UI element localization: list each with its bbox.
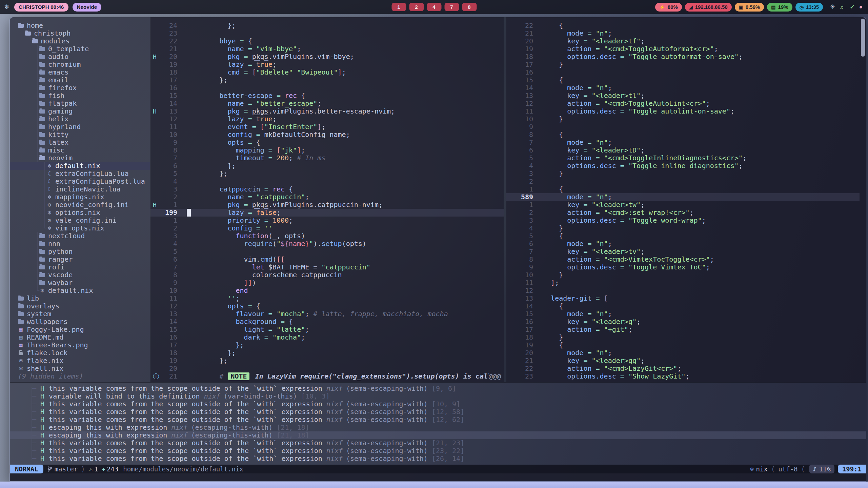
tree-item-nextcloud[interactable]: │nextcloud	[10, 232, 150, 240]
code-line[interactable]: 12 opts = {	[150, 302, 504, 310]
code-line[interactable]: 5 action = "<cmd>ToggleInlineDiagnostics…	[506, 154, 860, 162]
code-line[interactable]: 21 key = "<leader>gg";	[506, 357, 860, 365]
code-line[interactable]: 589 mode = "n";	[506, 193, 860, 201]
code-line[interactable]: 11 options.desc = "Toggle autolint-on-sa…	[506, 107, 860, 115]
code-line[interactable]: 13 key = "<leader>tl";	[506, 92, 860, 100]
check-icon[interactable]: ✔	[850, 3, 854, 11]
code-line[interactable]: 8 mapping = ["jk"];	[150, 146, 504, 154]
code-line[interactable]: 14 mode = "n";	[506, 84, 860, 92]
window-title-badge[interactable]: Neovide	[73, 3, 102, 12]
diagnostic-row[interactable]: ─Hthis variable comes from the scope out…	[10, 447, 866, 455]
tree-item-inclinenavic-lua[interactable]: │☾inclineNavic.lua	[10, 185, 150, 193]
code-line[interactable]: 2 config = ''	[150, 224, 504, 232]
tree-item-overlays[interactable]: overlays	[10, 302, 150, 310]
code-line[interactable]: 16 key = "<leader>g";	[506, 318, 860, 326]
tree-item-foggy-lake-png[interactable]: ▦Foggy-Lake.png	[10, 326, 150, 333]
code-line[interactable]: 7 mode = "n";	[506, 139, 860, 146]
code-line[interactable]: 16	[506, 68, 860, 76]
code-line[interactable]: 1 key = "<leader>tw";	[506, 201, 860, 209]
code-line[interactable]: 22 action = "<cmd>LazyGit<cr>";	[506, 365, 860, 372]
tree-item-three-bears-png[interactable]: ▦Three-Bears.png	[10, 341, 150, 349]
code-line[interactable]: 1 {	[506, 185, 860, 193]
git-branch[interactable]: master	[47, 465, 78, 473]
workspace-button-2[interactable]: 2	[409, 3, 424, 11]
clock-widget[interactable]: ◷13:35	[795, 3, 823, 12]
code-line[interactable]: 15 light = "latte";	[150, 326, 504, 333]
code-line[interactable]: 9 ]])	[150, 279, 504, 287]
tree-item-home[interactable]: home	[10, 22, 150, 29]
code-line[interactable]: 19 {	[506, 341, 860, 349]
code-line[interactable]: 14 {	[506, 302, 860, 310]
warning-count[interactable]: ⚠ 1	[89, 465, 98, 473]
tree-item-waybar[interactable]: │waybar	[10, 279, 150, 287]
tree-item-flake-lock[interactable]: flake.lock	[10, 349, 150, 357]
tree-item-neovim[interactable]: │neovim	[10, 154, 150, 162]
code-line[interactable]: 10 config = mkDefaultConfig name;	[150, 131, 504, 139]
code-line[interactable]: 5 {	[506, 232, 860, 240]
code-line[interactable]: 18 options.desc = "Toggle autoformat-on-…	[506, 53, 860, 61]
code-line[interactable]: 2	[506, 178, 860, 185]
code-line[interactable]: 6 };	[150, 162, 504, 170]
workspace-button-8[interactable]: 8	[462, 3, 477, 11]
code-line[interactable]: 23	[150, 29, 504, 37]
tree-item-gaming[interactable]: │gaming	[10, 107, 150, 115]
memory-widget[interactable]: ▤19%	[767, 3, 792, 12]
code-line[interactable]: 3 }	[506, 170, 860, 178]
code-line[interactable]: 4 }	[506, 224, 860, 232]
code-line[interactable]: 12 lazy = true;	[150, 115, 504, 123]
tree-item-fish[interactable]: │fish	[10, 92, 150, 100]
network-widget[interactable]: ◢192.168.86.50	[685, 3, 732, 12]
tree-item-default-nix[interactable]: └❄default.nix	[10, 287, 150, 294]
tree-item-extraconfiglua-lua[interactable]: │☾extraConfigLua.lua	[10, 170, 150, 178]
code-line[interactable]: 21 mode = "n";	[506, 29, 860, 37]
brightness-icon[interactable]: ☀	[830, 3, 835, 11]
code-line[interactable]: 9 options.desc = "Toggle Vimtex ToC";	[506, 263, 860, 271]
diagnostic-row[interactable]: ─Hthis variable comes from the scope out…	[10, 439, 866, 447]
code-line[interactable]: ⓘ21 # NOTE In LazyVim require("clang_ext…	[150, 372, 504, 380]
code-line[interactable]: 6 vim.cmd([[	[150, 256, 504, 263]
cpu-widget[interactable]: ▣0.59%	[735, 3, 764, 12]
tree-item-nnn[interactable]: │nnn	[10, 240, 150, 248]
workspace-button-7[interactable]: 7	[444, 3, 459, 11]
code-line[interactable]: 16	[150, 84, 504, 92]
code-line[interactable]: 14 background = {	[150, 318, 504, 326]
code-line[interactable]: 7 let $BAT_THEME = "catppuccin"	[150, 263, 504, 271]
code-line[interactable]: 19 action = "<cmd>ToggleAutoformat<cr>";	[506, 45, 860, 53]
code-line[interactable]: 24 };	[150, 22, 504, 29]
code-line[interactable]: 23 options.desc = "Show LazyGit";	[506, 372, 860, 380]
diagnostic-row[interactable]: ─Hescaping this with expressionnixf(esca…	[10, 424, 866, 431]
workspace-button-4[interactable]: 4	[427, 3, 441, 11]
power-icon[interactable]: ●	[859, 4, 863, 11]
code-line[interactable]: 15 mode = "n";	[506, 310, 860, 318]
code-line[interactable]: 5	[150, 248, 504, 256]
code-line[interactable]: 3 catppuccin = rec {	[150, 185, 504, 193]
code-line[interactable]: H20 pkg = pkgs.vimPlugins.vim-bbye;	[150, 53, 504, 61]
tree-item-lib[interactable]: lib	[10, 294, 150, 302]
user-badge[interactable]: CHRISTOPH 00:46	[14, 3, 68, 12]
code-line[interactable]: H1 pkg = pkgs.vimPlugins.catppuccin-nvim…	[150, 201, 504, 209]
code-line[interactable]: 10 end	[150, 287, 504, 294]
code-line[interactable]: 11 ];	[506, 279, 860, 287]
tree-item-mappings-nix[interactable]: │❄mappings.nix	[10, 193, 150, 201]
code-line[interactable]: 12 action = "<cmd>ToggleAutoLint<cr>";	[506, 100, 860, 107]
code-line[interactable]: 16 dark = "mocha";	[150, 333, 504, 341]
tree-item-flake-nix[interactable]: ❄flake.nix	[10, 357, 150, 365]
code-line[interactable]: 199 lazy = false;	[150, 209, 504, 217]
tree-item-vim-opts-nix[interactable]: └❄vim_opts.nix	[10, 224, 150, 232]
diagnostic-row[interactable]: ─Hthis variable comes from the scope out…	[10, 385, 866, 392]
tree-item-default-nix[interactable]: │❄default.nix	[10, 162, 150, 170]
split-separator-2[interactable]	[504, 17, 506, 382]
code-line[interactable]: 4 options.desc = "Toggle inline diagnost…	[506, 162, 860, 170]
code-line[interactable]: 5 };	[150, 170, 504, 178]
code-line[interactable]: 19 };	[150, 357, 504, 365]
code-line[interactable]: 18 cmd = ["Bdelete" "Bwipeout"];	[150, 68, 504, 76]
code-line[interactable]: 6 mode = "n";	[506, 240, 860, 248]
tree-item-ranger[interactable]: │ranger	[10, 256, 150, 263]
tree-item-flatpak[interactable]: │flatpak	[10, 100, 150, 107]
code-line[interactable]: 1 priority = 1000;	[150, 217, 504, 224]
code-line[interactable]: 9	[506, 123, 860, 131]
code-line[interactable]: 4	[150, 178, 504, 185]
code-line[interactable]: 12	[506, 287, 860, 294]
code-line[interactable]: 8 {	[506, 131, 860, 139]
tree-item-rofi[interactable]: │rofi	[10, 263, 150, 271]
